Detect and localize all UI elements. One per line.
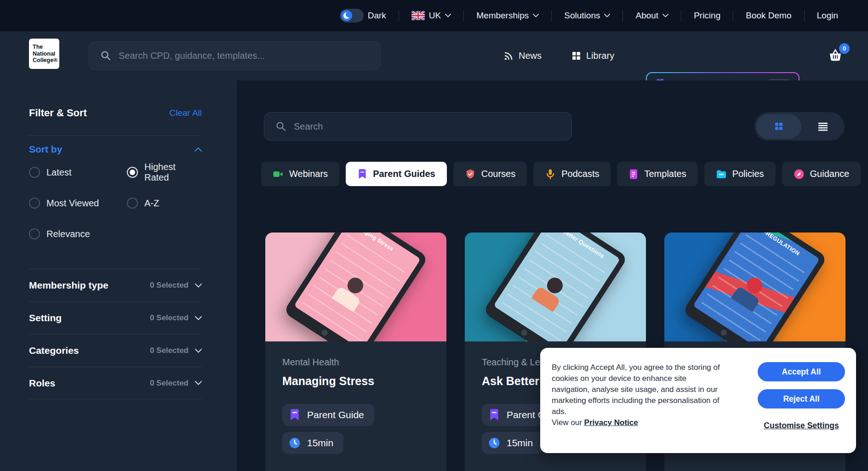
filter-section-roles[interactable]: Roles 0 Selected bbox=[29, 367, 202, 399]
bookmark-icon bbox=[289, 409, 301, 421]
filter-section-categories[interactable]: Categories 0 Selected bbox=[29, 334, 202, 367]
nav-login[interactable]: Login bbox=[805, 11, 851, 21]
theme-toggle-group[interactable]: Dark bbox=[327, 9, 399, 23]
radio-selected-icon[interactable] bbox=[127, 167, 138, 178]
list-view-button[interactable] bbox=[801, 112, 845, 141]
logo[interactable]: The National College® bbox=[29, 39, 59, 69]
chip-label: Courses bbox=[481, 169, 515, 179]
filter-section-label: Categories bbox=[29, 345, 79, 356]
reject-all-button[interactable]: Reject All bbox=[758, 389, 845, 409]
filter-sort-title: Filter & Sort bbox=[29, 107, 87, 119]
chip-label: Policies bbox=[732, 169, 764, 179]
content-search[interactable] bbox=[264, 112, 572, 141]
tablet-screen: Ask Better Questions bbox=[493, 233, 620, 341]
nav-pricing[interactable]: Pricing bbox=[681, 11, 733, 21]
chip-templates[interactable]: Templates bbox=[617, 162, 697, 186]
divider bbox=[29, 136, 202, 136]
nav-book-demo[interactable]: Book Demo bbox=[733, 11, 804, 21]
filter-section-label: Roles bbox=[29, 378, 55, 389]
chevron-down-icon bbox=[445, 14, 451, 17]
content-search-input[interactable] bbox=[294, 121, 560, 132]
bookmark-icon bbox=[357, 169, 367, 180]
card-category: Mental Health bbox=[282, 357, 429, 368]
logo-line: The bbox=[33, 44, 59, 51]
tablet-mockup: SELF-REGULATION bbox=[682, 233, 828, 341]
grid-icon bbox=[571, 51, 581, 61]
cart-count-badge: 0 bbox=[839, 43, 850, 54]
filter-section-setting[interactable]: Setting 0 Selected bbox=[29, 301, 202, 334]
compass-icon bbox=[794, 169, 805, 180]
customise-settings-link[interactable]: Customise Settings bbox=[758, 421, 845, 431]
nav-about[interactable]: About bbox=[623, 11, 681, 21]
duration-label: 15min bbox=[307, 437, 333, 448]
chip-podcasts[interactable]: Podcasts bbox=[533, 162, 611, 186]
search-icon bbox=[100, 50, 111, 61]
accept-all-button[interactable]: Accept All bbox=[758, 362, 845, 381]
sort-option-label: A-Z bbox=[144, 198, 159, 209]
sort-by-header[interactable]: Sort by bbox=[29, 144, 202, 155]
dark-mode-toggle[interactable] bbox=[340, 9, 364, 23]
chevron-down-icon bbox=[195, 316, 202, 320]
tablet-mockup: Managing Stress bbox=[283, 233, 428, 341]
template-icon bbox=[628, 169, 639, 180]
privacy-notice-link[interactable]: Privacy Notice bbox=[584, 418, 638, 427]
chip-webinars[interactable]: Webinars bbox=[261, 162, 339, 186]
nav-label: Book Demo bbox=[746, 11, 791, 21]
chip-label: Podcasts bbox=[561, 169, 599, 179]
grid-view-icon bbox=[774, 121, 784, 131]
chip-parent-guides[interactable]: Parent Guides bbox=[346, 162, 447, 186]
global-search-input[interactable] bbox=[119, 51, 369, 61]
card-thumbnail: SELF-REGULATION bbox=[664, 233, 845, 341]
clear-all-link[interactable]: Clear All bbox=[169, 108, 202, 118]
radio-icon[interactable] bbox=[29, 198, 40, 209]
chevron-down-icon bbox=[195, 284, 202, 288]
cart-button[interactable]: 0 bbox=[828, 48, 844, 64]
chip-policies[interactable]: Policies bbox=[704, 162, 776, 186]
type-badge-label: Parent G bbox=[507, 409, 545, 420]
filter-section-membership-type[interactable]: Membership type 0 Selected bbox=[29, 269, 202, 301]
card-managing-stress[interactable]: Managing Stress Mental Health Managing S… bbox=[265, 233, 446, 471]
chevron-up-icon bbox=[194, 147, 202, 152]
global-search[interactable] bbox=[89, 41, 381, 70]
sort-option-label: Latest bbox=[46, 167, 71, 178]
library-label: Library bbox=[586, 51, 614, 61]
nav-memberships[interactable]: Memberships bbox=[464, 11, 551, 21]
sort-option-relevance[interactable]: Relevance bbox=[29, 227, 127, 240]
sort-option-a-z[interactable]: A-Z bbox=[127, 197, 202, 210]
bookmark-icon bbox=[488, 409, 500, 421]
radio-icon[interactable] bbox=[127, 198, 138, 209]
chip-guidance[interactable]: Guidance bbox=[782, 162, 861, 186]
list-view-icon bbox=[817, 122, 828, 131]
chip-label: Webinars bbox=[289, 169, 328, 179]
rss-icon bbox=[503, 51, 514, 61]
chevron-down-icon bbox=[195, 381, 202, 385]
type-badge-label: Parent Guide bbox=[307, 409, 364, 420]
chevron-down-icon bbox=[662, 14, 668, 17]
card-thumbnail: Managing Stress bbox=[265, 233, 446, 341]
radio-icon[interactable] bbox=[29, 167, 40, 178]
card-body: Mental Health Managing Stress Parent Gui… bbox=[265, 341, 446, 471]
chip-label: Parent Guides bbox=[373, 169, 435, 179]
tablet-screen: SELF-REGULATION bbox=[693, 233, 820, 341]
sort-option-most-viewed[interactable]: Most Viewed bbox=[29, 197, 127, 210]
microphone-icon bbox=[545, 169, 556, 180]
radio-icon[interactable] bbox=[29, 228, 40, 239]
locale-dropdown[interactable]: UK bbox=[399, 11, 463, 21]
sort-option-label: Relevance bbox=[46, 229, 90, 239]
news-link[interactable]: News bbox=[503, 31, 542, 80]
nav-solutions[interactable]: Solutions bbox=[552, 11, 622, 21]
grid-view-button[interactable] bbox=[756, 114, 801, 139]
chevron-down-icon bbox=[195, 349, 202, 353]
chevron-down-icon bbox=[533, 14, 539, 17]
sort-option-latest[interactable]: Latest bbox=[29, 166, 127, 179]
cookie-actions: Accept All Reject All Customise Settings bbox=[758, 362, 845, 453]
logo-line: College® bbox=[33, 57, 59, 64]
chip-label: Templates bbox=[644, 169, 686, 179]
sort-option-highest-rated[interactable]: Highest Rated bbox=[127, 166, 202, 179]
type-badge: Parent Guide bbox=[282, 404, 374, 426]
library-link[interactable]: Library bbox=[571, 31, 614, 80]
video-icon bbox=[273, 169, 284, 180]
chevron-down-icon bbox=[604, 14, 610, 17]
chip-courses[interactable]: Courses bbox=[453, 162, 527, 186]
folder-icon bbox=[716, 169, 727, 179]
